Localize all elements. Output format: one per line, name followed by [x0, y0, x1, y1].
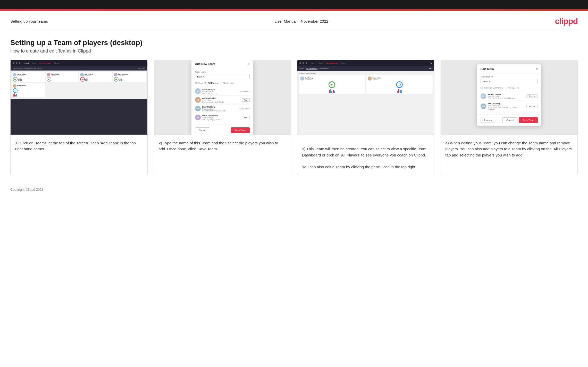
edit-modal-header: Edit Team ×	[477, 64, 541, 73]
edit-modal-footer: 🗑 Delete Cancel Save Team	[477, 115, 541, 126]
page-title-main: Setting up a Team of players (desktop)	[10, 39, 578, 47]
player-name: Adrian Coliba	[202, 97, 240, 99]
delete-team-button[interactable]: 🗑 Delete	[481, 118, 495, 123]
edit-all-players-tab[interactable]: All Players	[493, 86, 503, 90]
edit-save-team-button[interactable]: Save Team	[519, 117, 538, 123]
player-avatar: DB	[195, 115, 201, 120]
screenshot-1: clippd Home My Performance Teams Finding…	[11, 60, 147, 135]
edit-filter-label: Filter by name	[508, 87, 519, 89]
player-row: AP Adrian Player Plus Handicap The Shire…	[195, 87, 250, 96]
trash-icon: 🗑	[483, 119, 486, 121]
player-info: Dave Billingham 3.5 Handicap The Dog-Maj…	[202, 115, 240, 120]
edit-modal-close-button[interactable]: ×	[536, 67, 538, 71]
step-card-2: Add New Team × Team Name * My Team (2) A…	[154, 60, 291, 175]
screenshot-2: Add New Team × Team Name * My Team (2) A…	[154, 60, 291, 135]
step-card-3: clippd Home My Performance Teams ✏️ Play…	[297, 60, 434, 175]
edit-team-name-input[interactable]	[481, 79, 538, 84]
save-team-button[interactable]: Save Team	[231, 127, 250, 133]
player-club: Central London Golf Centre	[202, 101, 240, 103]
my-team-tab[interactable]: My Team (2)	[195, 81, 206, 85]
player-name: Blair McHarg	[202, 106, 237, 108]
player-row: DB Dave Billingham 3.5 Handicap The Dog-…	[195, 113, 250, 122]
clippd-logo: clippd	[555, 16, 578, 26]
edit-my-team-tab[interactable]: My Team (2)	[481, 86, 492, 90]
player-detail: Plus Handicap	[202, 108, 237, 110]
screenshot-3: clippd Home My Performance Teams ✏️ Play…	[297, 60, 434, 135]
team-name-input[interactable]	[195, 74, 250, 79]
topbar-dot	[16, 62, 17, 64]
player-club: The Shire, London	[202, 92, 237, 94]
modal-title: Add New Team	[195, 62, 215, 65]
player-info: Adrian Player Plus Handicap The Shire, L…	[202, 88, 237, 94]
edit-filter-checkbox[interactable]	[505, 87, 507, 89]
topbar-dot	[13, 62, 14, 64]
screenshot-4: Edit Team × Team Name * My Team (2) All …	[441, 60, 578, 135]
filter-label: Filter by name	[223, 82, 234, 84]
ss3-topbar: clippd Home My Performance Teams ✏️	[297, 60, 434, 66]
modal-close-button[interactable]: ×	[248, 62, 250, 66]
modal-tabs: My Team (2) All Players Filter by name	[195, 81, 250, 85]
player-row: AC Adrian Coliba 1 Handicap Central Lond…	[195, 96, 250, 104]
team-name-label: Team Name *	[195, 71, 250, 73]
player-club: The Dog-Majing Golf Club	[202, 119, 240, 120]
delete-label: Delete	[486, 119, 492, 121]
player-name: Dave Billingham	[202, 115, 240, 117]
player-status-added: Player Added	[239, 108, 250, 110]
edit-modal-tabs: My Team (2) All Players Filter by name	[481, 86, 538, 90]
edit-filter: Filter by name	[505, 87, 519, 89]
add-player-button[interactable]: Add	[242, 116, 249, 119]
step-card-4: Edit Team × Team Name * My Team (2) All …	[441, 60, 578, 175]
player-detail: 3.5 Handicap	[202, 117, 240, 119]
filter-checkbox[interactable]	[220, 82, 222, 84]
player-name: Adrian Player	[202, 88, 237, 91]
edit-modal-body: Team Name * My Team (2) All Players Filt…	[477, 73, 541, 115]
player-row: BM Blair McHarg Plus Handicap Royal Nort…	[195, 104, 250, 113]
steps-grid: clippd Home My Performance Teams Finding…	[0, 60, 588, 183]
edit-footer-right: Cancel Save Team	[502, 117, 538, 123]
player-club: Royal North Devon Golf Club	[202, 110, 237, 112]
edit-player-info: Blair McHarg Plus Handicap Royal North D…	[488, 102, 525, 110]
all-players-tab[interactable]: All Players	[208, 81, 219, 85]
ss3-nav: Players My Performance Player Details ■ …	[297, 66, 434, 71]
modal-body: Team Name * My Team (2) All Players Filt…	[191, 68, 253, 125]
page-footer: Copyright Clippd 2021	[0, 183, 588, 198]
player-status-added: Player Added	[239, 90, 250, 92]
copyright-text: Copyright Clippd 2021	[10, 188, 44, 191]
player-avatar: BM	[195, 106, 201, 111]
add-team-modal: Add New Team × Team Name * My Team (2) A…	[191, 60, 253, 135]
edit-player-club: The Shire, London, United Kingdom	[488, 97, 525, 99]
player-avatar: AC	[195, 97, 201, 103]
edit-cancel-button[interactable]: Cancel	[502, 117, 517, 123]
edit-player-club: Royal North Devon Golf Club, United King…	[488, 107, 525, 110]
filter-by-name: Filter by name	[220, 82, 234, 84]
step-2-description: 2) Type the name of this Team and then s…	[154, 135, 291, 175]
edit-player-avatar: AP	[481, 93, 486, 99]
edit-player-detail: Plus Handicap	[488, 105, 525, 107]
remove-player-button[interactable]: Remove	[526, 94, 538, 98]
player-list: AP Adrian Player Plus Handicap The Shire…	[195, 87, 250, 122]
player-info: Adrian Coliba 1 Handicap Central London …	[202, 97, 240, 103]
cancel-button[interactable]: Cancel	[195, 127, 210, 133]
edit-player-list: AP Adrian Player Plus Handicap The Shire…	[481, 92, 538, 112]
remove-player-button[interactable]: Remove	[526, 105, 538, 108]
header-center-text: User Manual – November 2022	[275, 19, 328, 23]
step-4-description: 4) When editing your Team, you can chang…	[441, 135, 578, 175]
edit-player-info: Adrian Player Plus Handicap The Shire, L…	[488, 93, 525, 99]
page-title-section: Setting up a Team of players (desktop) H…	[0, 30, 588, 60]
edit-player-avatar: BM	[481, 103, 486, 109]
topbar-dot	[19, 62, 20, 64]
page-title-sub: How to create and edit Teams in Clippd	[10, 48, 578, 54]
header: Setting up your teams User Manual – Nove…	[0, 11, 588, 30]
player-info: Blair McHarg Plus Handicap Royal North D…	[202, 106, 237, 112]
step-1-description: 1) Click on 'Teams' at the top of the sc…	[11, 135, 147, 175]
add-player-button[interactable]: Add	[242, 98, 249, 102]
edit-team-name-label: Team Name *	[481, 76, 538, 78]
player-detail: Plus Handicap	[202, 91, 237, 92]
edit-modal-title: Edit Team	[481, 67, 494, 71]
player-detail: 1 Handicap	[202, 99, 240, 101]
edit-player-detail: Plus Handicap	[488, 95, 525, 97]
edit-player-row: AP Adrian Player Plus Handicap The Shire…	[481, 92, 538, 101]
modal-footer: Cancel Save Team	[191, 125, 253, 135]
step-card-1: clippd Home My Performance Teams Finding…	[10, 60, 148, 175]
top-bar	[0, 0, 588, 9]
